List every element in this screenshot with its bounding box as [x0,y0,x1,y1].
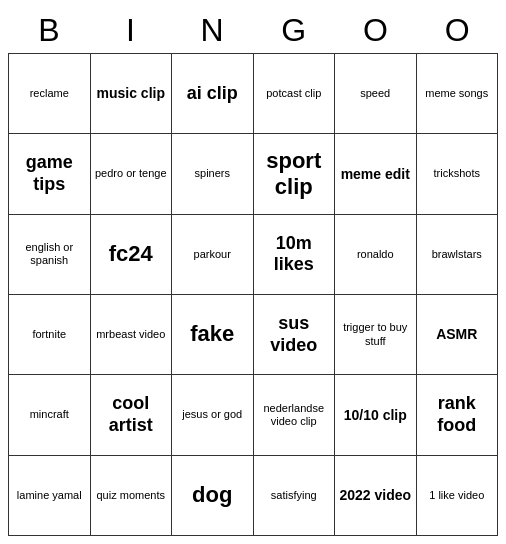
bingo-cell-28: 10/10 clip [335,375,417,455]
bingo-cell-32: dog [172,456,254,536]
bingo-cell-9: sport clip [254,134,336,214]
bingo-cell-16: ronaldo [335,215,417,295]
bingo-cell-7: pedro or tenge [91,134,173,214]
bingo-cell-22: trigger to buy stuff [335,295,417,375]
bingo-cell-11: trickshots [417,134,499,214]
bingo-cell-26: jesus or god [172,375,254,455]
bingo-cell-20: fake [172,295,254,375]
bingo-cell-0: reclame [9,54,91,134]
bingo-cell-35: 1 like video [417,456,499,536]
header-row: BINGOO [8,12,498,49]
header-letter-o-4: O [335,12,417,49]
bingo-cell-14: parkour [172,215,254,295]
bingo-cell-17: brawlstars [417,215,499,295]
header-letter-o-5: O [416,12,498,49]
bingo-cell-18: fortnite [9,295,91,375]
bingo-cell-27: nederlandse video clip [254,375,336,455]
bingo-cell-4: speed [335,54,417,134]
header-letter-n-2: N [171,12,253,49]
bingo-cell-8: spiners [172,134,254,214]
bingo-cell-31: quiz moments [91,456,173,536]
bingo-cell-19: mrbeast video [91,295,173,375]
bingo-cell-23: ASMR [417,295,499,375]
bingo-cell-21: sus video [254,295,336,375]
bingo-cell-13: fc24 [91,215,173,295]
bingo-cell-5: meme songs [417,54,499,134]
bingo-cell-24: mincraft [9,375,91,455]
bingo-cell-12: english or spanish [9,215,91,295]
bingo-cell-25: cool artist [91,375,173,455]
bingo-cell-3: potcast clip [254,54,336,134]
header-letter-i-1: I [90,12,172,49]
header-letter-b-0: B [8,12,90,49]
bingo-cell-2: ai clip [172,54,254,134]
bingo-cell-29: rank food [417,375,499,455]
bingo-cell-6: game tips [9,134,91,214]
bingo-cell-10: meme edit [335,134,417,214]
bingo-cell-1: music clip [91,54,173,134]
bingo-cell-33: satisfying [254,456,336,536]
bingo-grid: reclamemusic clipai clippotcast clipspee… [8,53,498,536]
bingo-cell-30: lamine yamal [9,456,91,536]
bingo-cell-15: 10m likes [254,215,336,295]
bingo-cell-34: 2022 video [335,456,417,536]
header-letter-g-3: G [253,12,335,49]
